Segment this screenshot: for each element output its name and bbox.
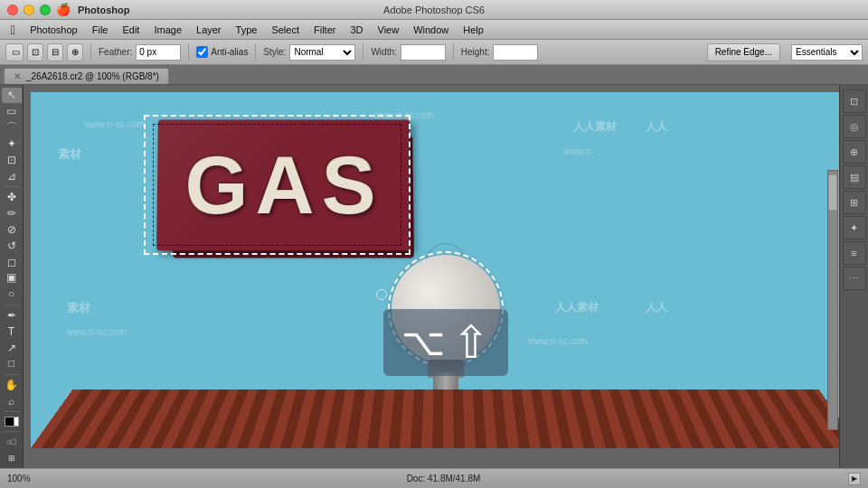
crop-tool[interactable]: ⊡ bbox=[2, 152, 22, 167]
pen-tool[interactable]: ✒ bbox=[2, 307, 22, 323]
canvas-area[interactable]: www.rr-sc.com 素材 www.rr-sc.com 人人素材 www.… bbox=[24, 85, 868, 468]
vertical-scrollbar[interactable] bbox=[827, 170, 838, 430]
menu-type[interactable]: Type bbox=[229, 20, 265, 40]
style-select[interactable]: Normal Fixed Ratio Fixed Size bbox=[289, 44, 355, 61]
panel-btn-3[interactable]: ⊕ bbox=[843, 140, 866, 164]
left-toolbar: ↖ ▭ ⌒ ✦ ⊡ ⊿ ✤ ✏ ⊘ ↺ ◻ ▣ ○ ✒ T ↗ □ ✋ ⌕ ○□… bbox=[0, 85, 24, 468]
tool-preset-btn[interactable]: ▭ bbox=[5, 43, 24, 61]
panel-btn-5[interactable]: ⊞ bbox=[843, 191, 866, 214]
tab-doc-name: _26A2618.cr2 @ 100% (RGB/8*) bbox=[26, 71, 159, 81]
tool-sep2 bbox=[4, 305, 20, 305]
opt-icon2[interactable]: ⊟ bbox=[47, 43, 63, 61]
color-swatches[interactable] bbox=[5, 417, 19, 427]
width-input[interactable] bbox=[401, 44, 446, 61]
separator2 bbox=[188, 43, 189, 61]
window-title: Adobe Photoshop CS6 bbox=[383, 5, 485, 15]
maximize-button[interactable] bbox=[40, 5, 51, 15]
tab-bar: ✕ _26A2618.cr2 @ 100% (RGB/8*) bbox=[0, 65, 868, 85]
panel-btn-6[interactable]: ✦ bbox=[843, 216, 866, 239]
lamp-globe bbox=[392, 255, 500, 363]
height-label: Height: bbox=[461, 47, 490, 57]
tool-sep4 bbox=[4, 411, 20, 412]
apple-logo-icon: 🍎 bbox=[56, 3, 71, 16]
menu-file[interactable]: File bbox=[85, 20, 116, 40]
status-bar: 100% Doc: 41.8M/41.8M ▶ bbox=[0, 468, 868, 488]
tab-modified-indicator: ✕ bbox=[14, 71, 21, 81]
essentials-select[interactable]: Essentials Photography Painting bbox=[791, 44, 863, 61]
menu-apple[interactable]:  bbox=[4, 20, 23, 40]
anti-alias-checkbox[interactable] bbox=[196, 46, 208, 58]
separator4 bbox=[363, 43, 363, 61]
scroll-thumb[interactable] bbox=[828, 174, 837, 211]
menu-image[interactable]: Image bbox=[146, 20, 189, 40]
lasso-tool[interactable]: ⌒ bbox=[2, 120, 22, 136]
menu-filter[interactable]: Filter bbox=[307, 20, 343, 40]
options-bar: ▭ ⊡ ⊟ ⊕ Feather: Anti-alias Style: Norma… bbox=[0, 40, 868, 65]
type-tool[interactable]: T bbox=[2, 324, 22, 339]
separator1 bbox=[90, 43, 91, 61]
menu-layer[interactable]: Layer bbox=[189, 20, 229, 40]
path-select-tool[interactable]: ↗ bbox=[2, 340, 22, 355]
doc-info: Doc: 41.8M/41.8M bbox=[407, 474, 481, 483]
menu-window[interactable]: Window bbox=[406, 20, 456, 40]
photo-canvas: www.rr-sc.com 素材 www.rr-sc.com 人人素材 www.… bbox=[31, 92, 861, 448]
panel-btn-2[interactable]: ◎ bbox=[843, 115, 866, 138]
menu-bar:  Photoshop File Edit Image Layer Type S… bbox=[0, 20, 868, 40]
app-name: Photoshop bbox=[78, 5, 129, 15]
gradient-tool[interactable]: ▣ bbox=[2, 270, 22, 286]
shape-tool[interactable]: □ bbox=[2, 356, 22, 371]
feather-label: Feather: bbox=[99, 47, 132, 57]
opt-icon3[interactable]: ⊕ bbox=[67, 43, 83, 61]
feather-input[interactable] bbox=[136, 44, 181, 61]
title-bar: 🍎 Photoshop Adobe Photoshop CS6 bbox=[0, 0, 868, 20]
workspace: ↖ ▭ ⌒ ✦ ⊡ ⊿ ✤ ✏ ⊘ ↺ ◻ ▣ ○ ✒ T ↗ □ ✋ ⌕ ○□… bbox=[0, 85, 868, 468]
quick-select-tool[interactable]: ✦ bbox=[2, 136, 22, 152]
close-button[interactable] bbox=[7, 5, 18, 15]
hand-tool[interactable]: ✋ bbox=[2, 378, 22, 393]
roof-stripes bbox=[31, 389, 861, 448]
foreground-color[interactable] bbox=[5, 417, 14, 427]
eraser-tool[interactable]: ◻ bbox=[2, 254, 22, 269]
roof-area bbox=[31, 376, 861, 448]
history-brush[interactable]: ↺ bbox=[2, 238, 22, 253]
doc-info-area: Doc: 41.8M/41.8M bbox=[46, 474, 841, 483]
quick-mask-btn[interactable]: ○□ bbox=[2, 434, 22, 449]
refine-edge-button[interactable]: Refine Edge... bbox=[707, 43, 780, 61]
doc-tab[interactable]: ✕ _26A2618.cr2 @ 100% (RGB/8*) bbox=[4, 68, 169, 84]
traffic-lights bbox=[7, 5, 51, 15]
menu-view[interactable]: View bbox=[371, 20, 407, 40]
heal-tool[interactable]: ✤ bbox=[2, 190, 22, 205]
clone-tool[interactable]: ⊘ bbox=[2, 222, 22, 238]
anti-alias-label[interactable]: Anti-alias bbox=[196, 46, 248, 58]
height-input[interactable] bbox=[493, 44, 538, 61]
gas-sign-container: GAS bbox=[139, 110, 420, 259]
separator5 bbox=[453, 43, 454, 61]
opt-new-btn[interactable]: ⊡ bbox=[27, 43, 43, 61]
minimize-button[interactable] bbox=[24, 5, 34, 15]
width-label: Width: bbox=[371, 47, 396, 57]
zoom-tool[interactable]: ⌕ bbox=[2, 393, 22, 408]
menu-edit[interactable]: Edit bbox=[115, 20, 146, 40]
gas-sign-board: GAS bbox=[156, 119, 411, 250]
right-panel: ⊡ ◎ ⊕ ▤ ⊞ ✦ ≡ ⋯ bbox=[839, 85, 868, 468]
play-button[interactable]: ▶ bbox=[848, 473, 861, 485]
tool-sep3 bbox=[4, 374, 20, 375]
tool-sep1 bbox=[4, 186, 20, 187]
panel-btn-8[interactable]: ⋯ bbox=[843, 267, 866, 290]
panel-btn-7[interactable]: ≡ bbox=[843, 241, 866, 265]
menu-3d[interactable]: 3D bbox=[343, 20, 370, 40]
gas-sign-text: GAS bbox=[184, 138, 383, 231]
panel-btn-1[interactable]: ⊡ bbox=[843, 89, 866, 113]
menu-help[interactable]: Help bbox=[456, 20, 491, 40]
screen-mode-btn[interactable]: ⊞ bbox=[2, 450, 22, 465]
style-label: Style: bbox=[263, 47, 286, 57]
menu-photoshop[interactable]: Photoshop bbox=[23, 20, 85, 40]
canvas-container: www.rr-sc.com 素材 www.rr-sc.com 人人素材 www.… bbox=[31, 92, 861, 448]
brush-tool[interactable]: ✏ bbox=[2, 206, 22, 221]
move-tool[interactable]: ↖ bbox=[2, 88, 22, 103]
panel-btn-4[interactable]: ▤ bbox=[843, 165, 866, 189]
marquee-tool[interactable]: ▭ bbox=[2, 104, 22, 119]
dodge-tool[interactable]: ○ bbox=[2, 286, 22, 302]
eyedropper-tool[interactable]: ⊿ bbox=[2, 168, 22, 183]
menu-select[interactable]: Select bbox=[264, 20, 307, 40]
